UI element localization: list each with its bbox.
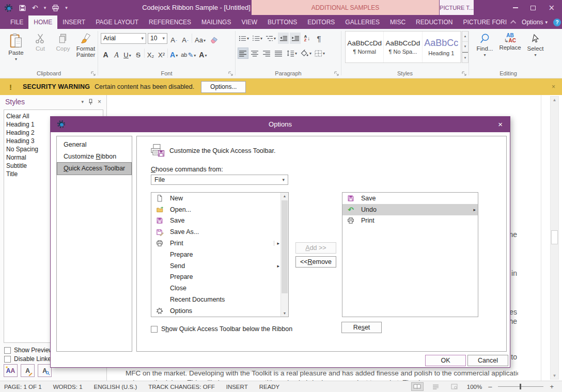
contextual-tab-picture-tools[interactable]: PICTURE T... — [440, 0, 474, 15]
change-case-button[interactable]: Aa▾ — [194, 33, 207, 44]
zoom-slider[interactable] — [498, 386, 543, 387]
superscript-button[interactable]: X² — [157, 48, 166, 59]
shrink-font-button[interactable]: Aˇ — [180, 33, 190, 44]
scrollbar-thumb[interactable] — [282, 200, 288, 293]
zoom-in-button[interactable]: + — [550, 383, 554, 390]
commands-list[interactable]: New Open... Save Save As... Print ▸ Prep… — [151, 192, 289, 317]
help-icon[interactable]: ? — [553, 19, 561, 26]
add-button[interactable]: Add >> — [295, 242, 336, 254]
command-item-send[interactable]: Send ▸ — [151, 260, 288, 272]
draft-view-button[interactable] — [430, 382, 442, 391]
ok-button[interactable]: OK — [425, 355, 466, 366]
gallery-scroll-down-icon[interactable]: ▾ — [462, 42, 468, 52]
remove-button[interactable]: << Remove — [295, 256, 336, 268]
checkbox-icon[interactable] — [4, 356, 11, 363]
qat-customize-dropdown-icon[interactable]: ▾ — [65, 5, 68, 10]
zoom-slider-thumb[interactable] — [520, 384, 521, 389]
gallery-expand-icon[interactable]: ▾ — [462, 52, 468, 62]
select-button[interactable]: Select ▾ — [523, 30, 548, 57]
tab-page-layout[interactable]: PAGE LAYOUT — [90, 15, 144, 29]
nav-item-quick-access-toolbar[interactable]: Quick Access Toolbar — [57, 163, 131, 175]
borders-button[interactable]: ▾ — [314, 48, 326, 59]
security-close-icon[interactable]: × — [552, 83, 555, 90]
command-item-new[interactable]: New — [151, 193, 288, 204]
subscript-button[interactable]: X₂ — [146, 48, 155, 59]
tab-view[interactable]: VIEW — [236, 15, 262, 29]
decrease-indent-button[interactable] — [278, 33, 289, 44]
status-page[interactable]: PAGE: 1 OF 1 — [4, 384, 42, 390]
scrollbar-thumb[interactable] — [551, 230, 558, 244]
style-inspector-button[interactable]: A — [21, 364, 35, 377]
paragraph-dialog-launcher-icon[interactable] — [334, 71, 339, 76]
new-style-button[interactable]: AA✦ — [4, 364, 18, 377]
scroll-up-icon[interactable]: ▲ — [551, 98, 558, 102]
qat-print-icon[interactable] — [52, 4, 59, 12]
qat-undo-dropdown-icon[interactable]: ▾ — [44, 5, 46, 10]
bullet-list-button[interactable]: ▾ — [238, 33, 250, 44]
commands-list-scrollbar[interactable]: ▲ ▼ — [280, 193, 288, 317]
scroll-down-icon[interactable]: ▼ — [551, 373, 558, 378]
styles-dialog-launcher-icon[interactable] — [462, 71, 466, 76]
line-spacing-button[interactable]: ▾ — [285, 48, 298, 59]
style-heading-1[interactable]: AaBbCc Heading 1 — [423, 32, 461, 62]
tab-galleries[interactable]: GALLERIES — [340, 15, 385, 29]
cancel-button[interactable]: Cancel — [467, 355, 508, 366]
qat-undo-icon[interactable]: ↶ — [32, 4, 38, 12]
show-paragraph-marks-button[interactable]: ¶ — [314, 33, 324, 44]
text-effects-button[interactable]: A▾ — [169, 48, 179, 59]
bold-button[interactable]: A — [101, 48, 111, 59]
gallery-scroll-up-icon[interactable]: ▴ — [462, 32, 468, 42]
command-item-save-as[interactable]: Save As... — [151, 226, 288, 238]
tab-insert[interactable]: INSERT — [57, 15, 90, 29]
underline-button[interactable]: U▾ — [122, 48, 132, 59]
tab-picture-format[interactable]: PICTURE FORI — [458, 15, 512, 29]
font-size-combo[interactable]: 10▾ — [148, 33, 167, 44]
command-item-options[interactable]: Options — [151, 305, 288, 317]
commands-source-combo[interactable]: File ▾ — [151, 175, 288, 185]
pane-pin-icon[interactable] — [88, 99, 93, 105]
manage-styles-button[interactable]: A — [38, 364, 52, 377]
toolbar-item-undo[interactable]: ↶ Undo ▸ — [342, 204, 478, 215]
font-dialog-launcher-icon[interactable] — [228, 71, 233, 76]
tab-editors[interactable]: EDITORS — [302, 15, 340, 29]
cut-button[interactable]: Cut — [29, 30, 52, 58]
format-painter-button[interactable]: Format Painter — [74, 30, 97, 58]
nav-item-general[interactable]: General — [57, 139, 131, 151]
command-item-open[interactable]: Open... — [151, 204, 288, 215]
font-color-button[interactable]: A▾ — [198, 48, 208, 59]
web-layout-view-button[interactable] — [448, 382, 461, 391]
sort-button[interactable]: AZ↓ — [302, 33, 313, 44]
align-center-button[interactable] — [249, 48, 260, 59]
command-item-prepare-2[interactable]: Prepare — [151, 272, 288, 283]
tab-home[interactable]: HOME — [28, 15, 57, 29]
status-words[interactable]: WORDS: 1 — [53, 384, 83, 390]
align-left-button[interactable] — [238, 48, 248, 59]
toolbar-items-list[interactable]: Save ↶ Undo ▸ Print — [342, 192, 478, 317]
increase-indent-button[interactable] — [290, 33, 301, 44]
reset-button[interactable]: Reset — [341, 322, 382, 333]
tab-reduction[interactable]: REDUCTION — [411, 15, 458, 29]
close-icon[interactable]: × — [548, 4, 555, 12]
checkbox-icon[interactable] — [4, 347, 11, 354]
pane-close-icon[interactable]: × — [98, 98, 101, 105]
justify-button[interactable] — [273, 48, 284, 59]
scroll-up-icon[interactable]: ▲ — [281, 194, 288, 198]
command-item-recent-documents[interactable]: Recent Documents — [151, 294, 288, 305]
security-options-button[interactable]: Options... — [201, 81, 246, 93]
copy-button[interactable]: Copy — [52, 30, 74, 58]
style-no-spacing[interactable]: AaBbCcDd ¶ No Spa... — [384, 32, 422, 62]
multilevel-list-button[interactable]: ▾ — [264, 33, 277, 44]
zoom-level[interactable]: 100% — [467, 384, 482, 390]
tab-file[interactable]: FILE — [5, 15, 28, 29]
status-insert-mode[interactable]: INSERT — [226, 384, 248, 390]
align-right-button[interactable] — [261, 48, 272, 59]
command-item-close[interactable]: Close — [151, 283, 288, 294]
toolbar-item-print[interactable]: Print — [342, 215, 478, 227]
show-below-ribbon-checkbox[interactable]: Show Quick Access Toolbar below the Ribb… — [151, 325, 292, 333]
tab-misc[interactable]: MISC — [385, 15, 411, 29]
highlight-color-button[interactable]: ab✎▾ — [180, 48, 197, 59]
scroll-down-icon[interactable]: ▼ — [281, 311, 288, 315]
nav-item-customize-ribbon[interactable]: Customize Ribbon — [57, 151, 131, 163]
show-preview-checkbox[interactable]: Show Preview — [4, 347, 53, 354]
status-track-changes[interactable]: TRACK CHANGES: OFF — [148, 384, 214, 390]
